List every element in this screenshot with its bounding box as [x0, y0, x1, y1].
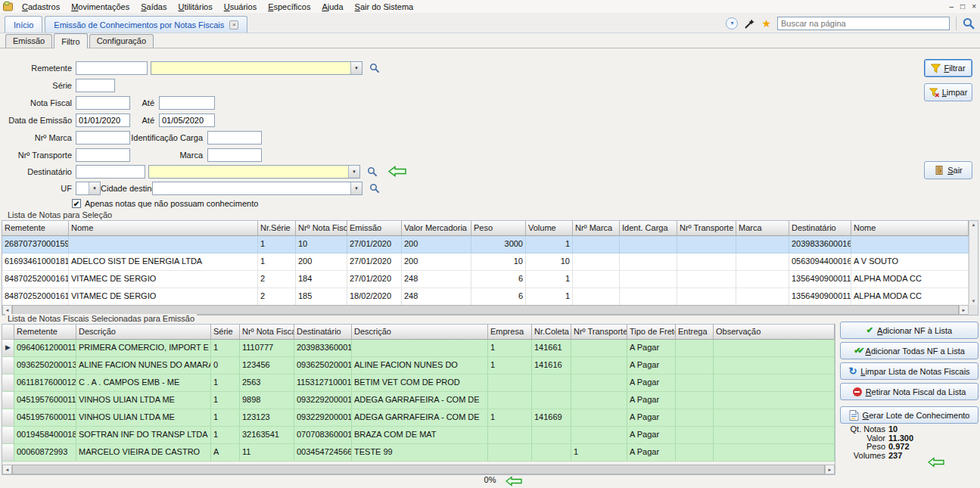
tab-inicio[interactable]: Início [5, 16, 42, 33]
column-header[interactable]: Nrº Marca [573, 221, 620, 236]
panel-toggle-icon[interactable]: ▾ [726, 17, 738, 30]
nr-marca-input[interactable] [76, 131, 130, 145]
table-cell: ALINE FACION NUNES DO AMARAL - [76, 357, 211, 375]
column-header[interactable]: Destinatário [294, 325, 352, 340]
column-header[interactable]: Marca [736, 221, 789, 236]
dropdown-arrow-icon[interactable]: ▼ [348, 166, 359, 178]
menu-movimentacoes[interactable]: Movimentações [66, 2, 135, 12]
serie-input[interactable] [76, 79, 115, 92]
column-header[interactable]: Peso [471, 221, 526, 236]
column-header[interactable]: Observação [714, 325, 835, 340]
maximize-icon[interactable]: □ [960, 2, 965, 11]
table-row[interactable]: 84870252000161VITAMEC DE SERGIO218427/01… [2, 271, 969, 288]
scroll-up-icon[interactable]: ▲ [972, 222, 976, 227]
column-header[interactable]: Nome [69, 221, 258, 236]
page-search-input[interactable] [777, 17, 950, 30]
column-header[interactable]: Nrº Transporte [677, 221, 736, 236]
column-header[interactable]: Descrição [352, 325, 488, 340]
apenas-checkbox[interactable]: ✔ [72, 199, 81, 208]
table-row[interactable]: 61693461000181ADELCO SIST DE ENERGIA LTD… [2, 253, 969, 271]
filtrar-button[interactable]: Filtrar [924, 59, 972, 77]
column-header[interactable]: Empresa [488, 325, 532, 340]
tab-emissao-conhecimentos[interactable]: Emissão de Conhecimentos por Notas Fisca… [45, 16, 247, 33]
sair-button[interactable]: Sair [924, 161, 972, 179]
column-header[interactable]: Ident. Carga [620, 221, 677, 236]
destinatario-combo[interactable]: ▼ [148, 165, 360, 179]
menu-ajuda[interactable]: Ajuda [316, 2, 348, 12]
subtab-filtro[interactable]: Filtro [54, 33, 87, 48]
minimize-icon[interactable]: – [950, 2, 954, 11]
dropdown-arrow-icon[interactable]: ▼ [350, 182, 362, 194]
scroll-left-icon[interactable]: ◄ [2, 465, 12, 474]
column-header[interactable]: Destinatário [789, 221, 851, 236]
column-header[interactable]: Nome [851, 221, 969, 236]
search-icon[interactable] [963, 17, 975, 30]
dropdown-arrow-icon[interactable]: ▼ [89, 182, 100, 194]
column-header[interactable]: Tipo de Frete [627, 325, 676, 340]
column-header[interactable]: Valor Mercadoria [402, 221, 471, 236]
retirar-nf-button[interactable]: Retirar Nota Fiscal da Lista [840, 383, 978, 400]
cidade-destino-combo[interactable]: ▼ [152, 182, 362, 195]
selection-vscrollbar[interactable]: ▲ ▼ [969, 221, 978, 305]
limpar-lista-button[interactable]: ↻ Limpar Lista de Notas Fiscais [840, 362, 978, 380]
table-row[interactable]: 84870252000161VITAMEC DE SERGIO218518/02… [2, 288, 969, 305]
limpar-button[interactable]: Limpar [924, 83, 972, 101]
adicionar-todas-nf-button[interactable]: ✔✔ Adicionar Todas NF a Lista [840, 342, 978, 359]
column-header[interactable]: Série [211, 325, 240, 340]
marca-input[interactable] [207, 148, 262, 162]
menu-usuarios[interactable]: Usuários [219, 2, 262, 12]
menu-utilitarios[interactable]: Utilitários [173, 2, 217, 12]
subtab-configuracao[interactable]: Configuração [89, 34, 154, 48]
column-header[interactable]: Nrº Nota Fiscal [296, 221, 347, 236]
remetente-code-input[interactable] [76, 61, 148, 75]
column-header[interactable]: Nr.Série [258, 221, 296, 236]
column-header[interactable]: Entrega [676, 325, 714, 340]
menu-cadastros[interactable]: Cadastros [17, 2, 65, 12]
identificacao-carga-input[interactable] [207, 131, 262, 145]
table-row[interactable]: 04519576000110VINHOS ULIAN LTDA ME198980… [2, 392, 835, 409]
table-row[interactable]: 09362502000137ALINE FACION NUNES DO AMAR… [2, 357, 835, 375]
column-header[interactable]: Volume [526, 221, 573, 236]
scroll-down-icon[interactable]: ▼ [972, 299, 976, 303]
column-header[interactable]: Nrº Transporte [571, 325, 627, 340]
tab-close-icon[interactable]: × [229, 20, 238, 30]
destinatario-code-input[interactable] [76, 165, 145, 179]
table-row[interactable]: 04519576000110VINHOS ULIAN LTDA ME112312… [2, 409, 835, 427]
table-cell [714, 427, 835, 444]
gerar-lote-button[interactable]: Gerar Lote de Conhecimento [840, 406, 978, 424]
table-row[interactable]: ▶09640612000113PRIMERA COMERCIO, IMPORT … [2, 340, 835, 357]
subtab-emissao[interactable]: Emissão [5, 34, 52, 48]
table-row[interactable]: 00060872993MARCELO VIEIRA DE CASTROA1100… [2, 444, 835, 462]
dropdown-arrow-icon[interactable]: ▼ [350, 62, 362, 74]
menu-especificos[interactable]: Específicos [263, 2, 316, 12]
column-header[interactable]: Nr.Coleta [532, 325, 571, 340]
scroll-right-icon[interactable]: ► [825, 465, 835, 474]
data-emissao-de-input[interactable] [76, 113, 130, 127]
close-icon[interactable]: × [972, 2, 976, 11]
data-emissao-ate-input[interactable] [159, 113, 215, 127]
favorites-star-icon[interactable]: ★ [761, 17, 771, 30]
nota-fiscal-ate-input[interactable] [159, 96, 215, 110]
scrollbar-thumb[interactable] [12, 465, 825, 474]
column-header[interactable]: Remetente [2, 221, 69, 236]
remetente-lookup-icon[interactable] [369, 63, 380, 73]
uf-combo[interactable]: ▼ [76, 182, 101, 195]
destinatario-lookup-icon[interactable] [367, 166, 378, 177]
column-header[interactable]: Emissão [347, 221, 402, 236]
column-header[interactable]: Remetente [14, 325, 76, 340]
scroll-right-icon[interactable]: ► [959, 305, 969, 315]
cidade-lookup-icon[interactable] [369, 183, 380, 194]
adicionar-nf-button[interactable]: ✔ Adicionar NF à Lista [840, 322, 978, 339]
menu-saidas[interactable]: Saídas [135, 2, 172, 12]
wand-icon[interactable] [744, 18, 755, 30]
column-header[interactable]: Nrº Nota Fiscal [240, 325, 294, 340]
remetente-combo[interactable]: ▼ [151, 61, 362, 75]
menu-sair-do-sistema[interactable]: Sair do Sistema [350, 2, 419, 12]
nr-transporte-input[interactable] [76, 148, 130, 162]
column-header[interactable]: Descrição [76, 325, 211, 340]
table-row[interactable]: 2687073700015911027/01/20202003000120398… [2, 236, 969, 253]
table-row[interactable]: 00194584000183SOFTRAN INF DO TRANSP LTDA… [2, 427, 835, 444]
emission-hscrollbar[interactable]: ◄ ► [2, 465, 835, 474]
nota-fiscal-de-input[interactable] [76, 96, 130, 110]
table-row[interactable]: 06118176000129C . A . CAMPOS EMB - ME125… [2, 375, 835, 392]
